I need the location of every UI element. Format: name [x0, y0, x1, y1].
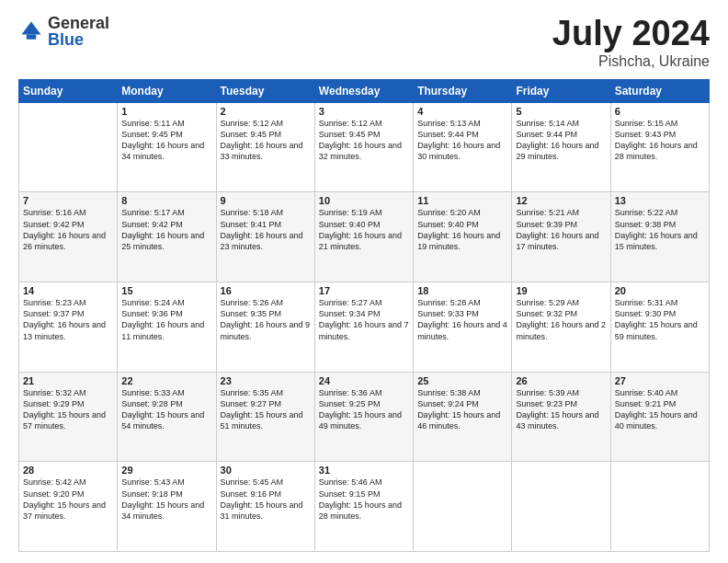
day-number: 13	[615, 195, 705, 206]
table-row: 20Sunrise: 5:31 AMSunset: 9:30 PMDayligh…	[610, 282, 709, 373]
table-row: 22Sunrise: 5:33 AMSunset: 9:28 PMDayligh…	[118, 372, 216, 462]
table-row: 5Sunrise: 5:14 AMSunset: 9:44 PMDaylight…	[512, 102, 610, 192]
day-number: 15	[121, 285, 211, 296]
day-number: 1	[121, 106, 211, 117]
day-number: 5	[516, 106, 606, 117]
day-info: Sunrise: 5:35 AMSunset: 9:27 PMDaylight:…	[221, 387, 311, 432]
calendar-week-row: 21Sunrise: 5:32 AMSunset: 9:29 PMDayligh…	[19, 372, 710, 462]
table-row: 23Sunrise: 5:35 AMSunset: 9:27 PMDayligh…	[216, 372, 314, 462]
day-number: 17	[319, 285, 409, 296]
day-number: 22	[121, 375, 211, 386]
table-row: 7Sunrise: 5:16 AMSunset: 9:42 PMDaylight…	[19, 192, 118, 282]
svg-rect-1	[27, 35, 37, 40]
table-row: 9Sunrise: 5:18 AMSunset: 9:41 PMDaylight…	[216, 192, 314, 282]
title-block: July 2024 Pishcha, Ukraine	[552, 15, 710, 70]
col-sunday: Sunday	[19, 79, 118, 102]
calendar-week-row: 1Sunrise: 5:11 AMSunset: 9:45 PMDaylight…	[19, 102, 710, 192]
day-number: 2	[221, 106, 311, 117]
col-saturday: Saturday	[610, 79, 709, 102]
table-row: 24Sunrise: 5:36 AMSunset: 9:25 PMDayligh…	[314, 372, 413, 462]
table-row: 19Sunrise: 5:29 AMSunset: 9:32 PMDayligh…	[512, 282, 610, 373]
day-number: 23	[221, 375, 311, 386]
table-row: 8Sunrise: 5:17 AMSunset: 9:42 PMDaylight…	[118, 192, 216, 282]
table-row: 26Sunrise: 5:39 AMSunset: 9:23 PMDayligh…	[512, 372, 610, 462]
page: General Blue July 2024 Pishcha, Ukraine …	[0, 0, 728, 563]
logo-text: General Blue	[48, 15, 109, 48]
table-row: 21Sunrise: 5:32 AMSunset: 9:29 PMDayligh…	[19, 372, 118, 462]
day-number: 27	[615, 375, 705, 386]
day-info: Sunrise: 5:43 AMSunset: 9:18 PMDaylight:…	[121, 477, 211, 522]
day-number: 31	[319, 465, 409, 476]
day-info: Sunrise: 5:12 AMSunset: 9:45 PMDaylight:…	[319, 118, 409, 163]
day-number: 28	[23, 465, 113, 476]
col-tuesday: Tuesday	[216, 79, 314, 102]
col-wednesday: Wednesday	[314, 79, 413, 102]
day-number: 7	[23, 195, 113, 206]
table-row	[414, 462, 512, 552]
day-info: Sunrise: 5:45 AMSunset: 9:16 PMDaylight:…	[221, 477, 311, 522]
day-info: Sunrise: 5:22 AMSunset: 9:38 PMDaylight:…	[615, 207, 705, 252]
table-row: 10Sunrise: 5:19 AMSunset: 9:40 PMDayligh…	[314, 192, 413, 282]
logo: General Blue	[18, 15, 109, 48]
logo-general-text: General	[48, 15, 109, 31]
table-row: 11Sunrise: 5:20 AMSunset: 9:40 PMDayligh…	[414, 192, 512, 282]
day-info: Sunrise: 5:36 AMSunset: 9:25 PMDaylight:…	[319, 387, 409, 432]
day-info: Sunrise: 5:42 AMSunset: 9:20 PMDaylight:…	[23, 477, 113, 522]
calendar-week-row: 28Sunrise: 5:42 AMSunset: 9:20 PMDayligh…	[19, 462, 710, 552]
svg-marker-0	[22, 22, 41, 35]
table-row: 30Sunrise: 5:45 AMSunset: 9:16 PMDayligh…	[216, 462, 314, 552]
day-info: Sunrise: 5:17 AMSunset: 9:42 PMDaylight:…	[121, 207, 211, 252]
day-info: Sunrise: 5:16 AMSunset: 9:42 PMDaylight:…	[23, 207, 113, 252]
col-monday: Monday	[118, 79, 216, 102]
day-number: 24	[319, 375, 409, 386]
day-info: Sunrise: 5:12 AMSunset: 9:45 PMDaylight:…	[221, 118, 311, 163]
day-info: Sunrise: 5:15 AMSunset: 9:43 PMDaylight:…	[615, 118, 705, 163]
day-info: Sunrise: 5:23 AMSunset: 9:37 PMDaylight:…	[23, 297, 113, 342]
col-thursday: Thursday	[414, 79, 512, 102]
table-row	[512, 462, 610, 552]
day-number: 30	[221, 465, 311, 476]
day-number: 16	[221, 285, 311, 296]
table-row: 17Sunrise: 5:27 AMSunset: 9:34 PMDayligh…	[314, 282, 413, 373]
day-info: Sunrise: 5:39 AMSunset: 9:23 PMDaylight:…	[516, 387, 606, 432]
day-info: Sunrise: 5:21 AMSunset: 9:39 PMDaylight:…	[516, 207, 606, 252]
table-row: 12Sunrise: 5:21 AMSunset: 9:39 PMDayligh…	[512, 192, 610, 282]
day-info: Sunrise: 5:28 AMSunset: 9:33 PMDaylight:…	[417, 297, 507, 342]
header: General Blue July 2024 Pishcha, Ukraine	[18, 15, 710, 70]
day-info: Sunrise: 5:33 AMSunset: 9:28 PMDaylight:…	[121, 387, 211, 432]
table-row	[610, 462, 709, 552]
day-info: Sunrise: 5:24 AMSunset: 9:36 PMDaylight:…	[121, 297, 211, 342]
table-row: 6Sunrise: 5:15 AMSunset: 9:43 PMDaylight…	[610, 102, 709, 192]
table-row: 29Sunrise: 5:43 AMSunset: 9:18 PMDayligh…	[118, 462, 216, 552]
day-info: Sunrise: 5:38 AMSunset: 9:24 PMDaylight:…	[417, 387, 507, 432]
table-row: 14Sunrise: 5:23 AMSunset: 9:37 PMDayligh…	[19, 282, 118, 373]
day-info: Sunrise: 5:13 AMSunset: 9:44 PMDaylight:…	[417, 118, 507, 163]
table-row: 25Sunrise: 5:38 AMSunset: 9:24 PMDayligh…	[414, 372, 512, 462]
calendar-table: Sunday Monday Tuesday Wednesday Thursday…	[18, 79, 710, 552]
table-row: 27Sunrise: 5:40 AMSunset: 9:21 PMDayligh…	[610, 372, 709, 462]
logo-icon	[18, 18, 44, 44]
day-number: 21	[23, 375, 113, 386]
day-info: Sunrise: 5:32 AMSunset: 9:29 PMDaylight:…	[23, 387, 113, 432]
day-number: 19	[516, 285, 606, 296]
day-info: Sunrise: 5:19 AMSunset: 9:40 PMDaylight:…	[319, 207, 409, 252]
table-row: 31Sunrise: 5:46 AMSunset: 9:15 PMDayligh…	[314, 462, 413, 552]
title-month: July 2024	[552, 15, 710, 53]
day-info: Sunrise: 5:27 AMSunset: 9:34 PMDaylight:…	[319, 297, 409, 342]
day-number: 12	[516, 195, 606, 206]
day-info: Sunrise: 5:29 AMSunset: 9:32 PMDaylight:…	[516, 297, 606, 342]
table-row: 18Sunrise: 5:28 AMSunset: 9:33 PMDayligh…	[414, 282, 512, 373]
day-number: 9	[221, 195, 311, 206]
day-info: Sunrise: 5:40 AMSunset: 9:21 PMDaylight:…	[615, 387, 705, 432]
calendar-header-row: Sunday Monday Tuesday Wednesday Thursday…	[19, 79, 710, 102]
table-row: 4Sunrise: 5:13 AMSunset: 9:44 PMDaylight…	[414, 102, 512, 192]
day-info: Sunrise: 5:26 AMSunset: 9:35 PMDaylight:…	[221, 297, 311, 342]
calendar-week-row: 14Sunrise: 5:23 AMSunset: 9:37 PMDayligh…	[19, 282, 710, 373]
table-row: 1Sunrise: 5:11 AMSunset: 9:45 PMDaylight…	[118, 102, 216, 192]
col-friday: Friday	[512, 79, 610, 102]
table-row: 2Sunrise: 5:12 AMSunset: 9:45 PMDaylight…	[216, 102, 314, 192]
day-number: 4	[417, 106, 507, 117]
day-number: 29	[121, 465, 211, 476]
day-info: Sunrise: 5:31 AMSunset: 9:30 PMDaylight:…	[615, 297, 705, 342]
day-info: Sunrise: 5:46 AMSunset: 9:15 PMDaylight:…	[319, 477, 409, 522]
